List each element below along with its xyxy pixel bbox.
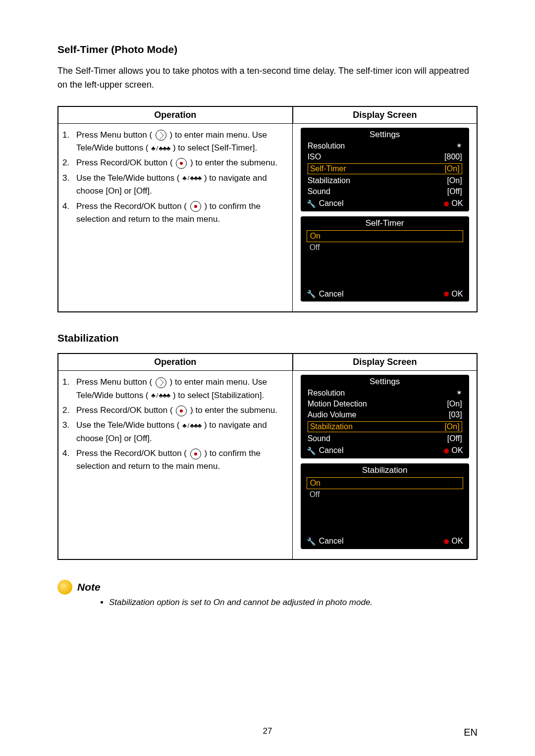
lcd-row-label: Self-Timer <box>310 164 346 173</box>
step-text: Use the Tele/Wide buttons ( ♣ / ♣♣♣ ) to… <box>76 419 286 445</box>
lcd-row-value: [800] <box>444 152 462 161</box>
lcd-title: Self-Timer <box>301 216 469 229</box>
t: Cancel <box>319 537 344 545</box>
menu-button-icon <box>156 377 166 388</box>
lcd-option-on: On <box>307 230 463 242</box>
lcd-row-label: Sound <box>308 434 330 443</box>
col-operation: Operation <box>58 353 293 371</box>
t: Press the Record/OK button ( <box>76 449 187 458</box>
stabilization-table: Operation Display Screen 1. Press Menu b… <box>57 353 478 560</box>
step-num: 2. <box>62 404 76 417</box>
lcd-option-off: Off <box>307 489 463 500</box>
step-text: Press Record/OK button ( ) to enter the … <box>76 404 286 417</box>
lcd-title: Settings <box>301 128 469 141</box>
lcd-ok: OK <box>444 537 463 546</box>
lcd-ok: OK <box>444 446 463 455</box>
lcd-row-value: [On] <box>444 164 459 173</box>
stabilization-heading: Stabilization <box>57 332 478 344</box>
t: Press Menu button ( <box>76 377 152 387</box>
lcd-option-off: Off <box>307 242 463 253</box>
t: Cancel <box>319 199 344 207</box>
step-text: Press the Record/OK button ( ) to confir… <box>76 200 286 226</box>
star-icon: ✶ <box>456 389 462 398</box>
page-number: 27 <box>0 726 535 736</box>
step-text: Press Menu button ( ) to enter main menu… <box>76 376 286 402</box>
step-num: 3. <box>62 419 76 445</box>
selftimer-display-cell: Settings Resolution ✶ ISO [800] Self-Tim… <box>293 123 477 312</box>
t: ) to enter the submenu. <box>190 158 277 167</box>
t: ) to select [Self-Timer]. <box>173 143 257 152</box>
lcd-row-label: Stabilization <box>308 176 350 185</box>
lcd-title: Settings <box>301 375 469 388</box>
record-ok-icon <box>190 201 201 212</box>
step-text: Use the Tele/Wide buttons ( ♣ / ♣♣♣ ) to… <box>76 172 286 198</box>
step-num: 4. <box>62 447 76 473</box>
lcd-row-value: [Off] <box>447 434 462 443</box>
t: ) to select [Stabilization]. <box>173 391 264 400</box>
lcd-option-on: On <box>307 477 463 489</box>
lcd-row-label: Resolution <box>308 142 345 151</box>
note-item: Stabilization option is set to On and ca… <box>109 598 478 607</box>
lcd-settings: Settings Resolution ✶ ISO [800] Self-Tim… <box>301 128 469 211</box>
selftimer-operation-cell: 1. Press Menu button ( ) to enter main m… <box>58 123 293 312</box>
lcd-row-value: [03] <box>449 410 462 419</box>
lcd-cancel: 🔧Cancel <box>307 199 344 208</box>
page-language: EN <box>464 727 478 738</box>
lcd-row-label: Audio Volume <box>308 410 357 419</box>
lcd-row-label: Motion Detection <box>308 400 367 408</box>
lcd-cancel: 🔧Cancel <box>307 290 344 299</box>
selftimer-table: Operation Display Screen 1. Press Menu b… <box>57 106 478 313</box>
lcd-row-label: Stabilization <box>310 422 353 431</box>
t: Use the Tele/Wide buttons ( <box>76 173 180 183</box>
lcd-cancel: 🔧Cancel <box>307 537 344 546</box>
lcd-row-label: ISO <box>308 152 321 161</box>
lcd-cancel: 🔧Cancel <box>307 446 344 455</box>
wrench-icon: 🔧 <box>307 200 316 208</box>
selftimer-intro: The Self-Timer allows you to take photos… <box>57 64 478 92</box>
lcd-row-value: [On] <box>447 400 462 408</box>
lcd-row-label: Sound <box>308 187 330 196</box>
step-text: Press the Record/OK button ( ) to confir… <box>76 447 286 473</box>
lcd-row-label: Resolution <box>308 389 345 398</box>
note-block: Note Stabilization option is set to On a… <box>57 580 478 607</box>
step-text: Press Record/OK button ( ) to enter the … <box>76 156 286 169</box>
step-num: 1. <box>62 376 76 402</box>
col-operation: Operation <box>58 106 293 124</box>
tele-wide-icon: ♣ / ♣♣♣ <box>182 173 201 183</box>
record-ok-icon <box>176 158 187 169</box>
step-num: 1. <box>62 129 76 155</box>
lcd-ok: OK <box>444 199 463 208</box>
lcd-stabilization-sub: Stabilization On Off 🔧Cancel OK <box>301 463 469 549</box>
stabilization-operation-cell: 1. Press Menu button ( ) to enter main m… <box>58 371 293 559</box>
col-display: Display Screen <box>293 106 477 124</box>
wrench-icon: 🔧 <box>307 290 316 299</box>
col-display: Display Screen <box>293 353 477 371</box>
step-text: Press Menu button ( ) to enter main menu… <box>76 129 286 155</box>
t: Press Menu button ( <box>76 130 152 140</box>
t: Cancel <box>319 446 344 454</box>
lcd-row-value: [On] <box>447 176 462 185</box>
t: Press the Record/OK button ( <box>76 202 187 211</box>
t: Use the Tele/Wide buttons ( <box>76 420 180 430</box>
lcd-selftimer-sub: Self-Timer On Off 🔧Cancel OK <box>301 216 469 302</box>
t: Press Record/OK button ( <box>76 158 173 167</box>
record-dot-icon <box>444 292 449 297</box>
step-num: 3. <box>62 172 76 198</box>
lcd-row-value: [On] <box>444 422 459 431</box>
lcd-title: Stabilization <box>301 463 469 476</box>
note-heading: Note <box>77 581 101 593</box>
star-icon: ✶ <box>456 142 462 151</box>
record-dot-icon <box>444 202 449 206</box>
wrench-icon: 🔧 <box>307 447 316 455</box>
record-dot-icon <box>444 449 449 454</box>
tele-wide-icon: ♣ / ♣♣♣ <box>151 391 170 401</box>
t: OK <box>452 290 463 298</box>
t: OK <box>452 446 463 454</box>
step-num: 2. <box>62 156 76 169</box>
step-num: 4. <box>62 200 76 226</box>
tele-wide-icon: ♣ / ♣♣♣ <box>151 144 170 153</box>
record-ok-icon <box>176 405 187 416</box>
t: Cancel <box>319 290 344 298</box>
tele-wide-icon: ♣ / ♣♣♣ <box>182 421 201 431</box>
lcd-settings: Settings Resolution ✶ Motion Detection [… <box>301 375 469 458</box>
